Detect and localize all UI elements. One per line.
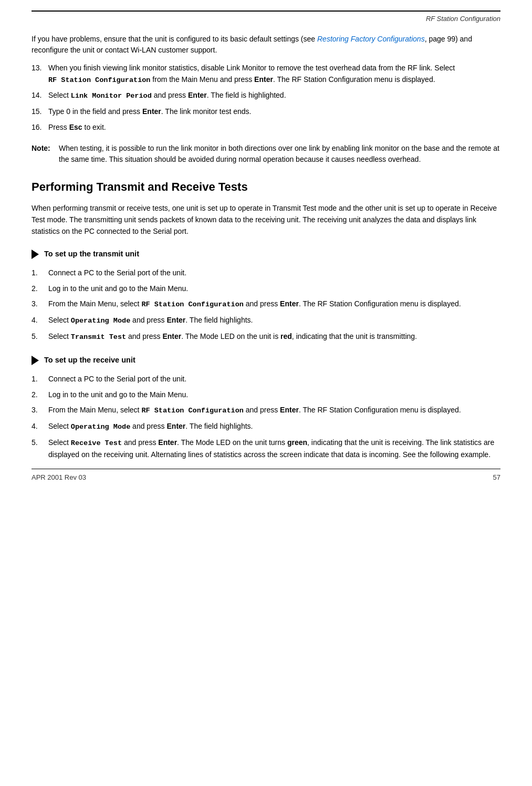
receive-subsection-heading: To set up the receive unit xyxy=(32,355,500,366)
receive-step-4-content: Select Operating Mode and press Enter. T… xyxy=(48,421,500,433)
red-bold: red xyxy=(280,332,292,340)
intro-text-before: If you have problems, ensure that the un… xyxy=(32,35,317,43)
transmit-step-1-content: Connect a PC to the Serial port of the u… xyxy=(48,267,500,279)
receive-step-5-num: 5. xyxy=(32,437,48,461)
receive-step-1-num: 1. xyxy=(32,374,48,385)
header-rule xyxy=(32,11,500,12)
step-15: 15. Type 0 in the field and press Enter.… xyxy=(32,106,500,118)
restoring-factory-link[interactable]: Restoring Factory Configurations xyxy=(317,35,425,43)
step-16-content: Press Esc to exit. xyxy=(48,122,500,133)
step-16-num: 16. xyxy=(32,122,48,133)
step-15-content: Type 0 in the field and press Enter. The… xyxy=(48,106,500,118)
transmit-step-2-content: Log in to the unit and go to the Main Me… xyxy=(48,283,500,295)
page-footer: APR 2001 Rev 03 57 xyxy=(32,469,500,483)
receive-steps-list: 1. Connect a PC to the Serial port of th… xyxy=(32,374,500,461)
receive-step-3-content: From the Main Menu, select RF Station Co… xyxy=(48,405,500,417)
arrow-icon-receive xyxy=(32,356,39,365)
green-bold: green xyxy=(287,438,307,447)
rf-station-config-code-2: RF Station Configuration xyxy=(141,301,243,308)
transmit-step-5-content: Select Transmit Test and press Enter. Th… xyxy=(48,331,500,343)
footer-left: APR 2001 Rev 03 xyxy=(32,472,86,483)
page-header: RF Station Configuration xyxy=(32,14,500,24)
step-16: 16. Press Esc to exit. xyxy=(32,122,500,133)
enter-bold-2: Enter xyxy=(188,91,207,99)
steps-13-16-list: 13. When you finish viewing link monitor… xyxy=(32,63,500,133)
enter-bold-r5: Enter xyxy=(158,438,177,447)
enter-bold-t3: Enter xyxy=(280,299,299,308)
transmit-heading-label: To set up the transmit unit xyxy=(44,249,139,260)
transmit-step-1: 1. Connect a PC to the Serial port of th… xyxy=(32,267,500,279)
receive-heading-label: To set up the receive unit xyxy=(44,355,135,366)
rf-station-config-code-1: RF Station Configuration xyxy=(48,76,150,84)
step-14: 14. Select Link Monitor Period and press… xyxy=(32,90,500,102)
main-section-intro: When performing transmit or receive test… xyxy=(32,203,500,237)
transmit-step-4: 4. Select Operating Mode and press Enter… xyxy=(32,315,500,327)
intro-paragraph: If you have problems, ensure that the un… xyxy=(32,34,500,56)
enter-bold-r4: Enter xyxy=(167,422,186,430)
enter-bold-t5: Enter xyxy=(162,332,181,340)
footer-right: 57 xyxy=(493,472,500,483)
esc-bold: Esc xyxy=(69,123,82,131)
transmit-step-5: 5. Select Transmit Test and press Enter.… xyxy=(32,331,500,343)
receive-step-5-content: Select Receive Test and press Enter. The… xyxy=(48,437,500,461)
rf-station-config-code-3: RF Station Configuration xyxy=(141,407,243,415)
step-14-content: Select Link Monitor Period and press Ent… xyxy=(48,90,500,102)
receive-step-1: 1. Connect a PC to the Serial port of th… xyxy=(32,374,500,385)
step-13-content: When you finish viewing link monitor sta… xyxy=(48,63,500,86)
receive-test-code: Receive Test xyxy=(71,439,122,447)
link-monitor-period-code: Link Monitor Period xyxy=(71,92,152,100)
transmit-test-code: Transmit Test xyxy=(71,333,126,341)
step-13-num: 13. xyxy=(32,63,48,86)
transmit-subsection-heading: To set up the transmit unit xyxy=(32,249,500,260)
receive-step-2-num: 2. xyxy=(32,389,48,401)
enter-bold-r3: Enter xyxy=(280,406,299,414)
operating-mode-code-r: Operating Mode xyxy=(71,423,130,431)
receive-step-4-num: 4. xyxy=(32,421,48,433)
receive-step-2-content: Log in to the unit and go to the Main Me… xyxy=(48,389,500,401)
receive-step-2: 2. Log in to the unit and go to the Main… xyxy=(32,389,500,401)
transmit-step-2-num: 2. xyxy=(32,283,48,295)
note-content: When testing, it is possible to run the … xyxy=(59,143,500,166)
receive-step-3-num: 3. xyxy=(32,405,48,417)
transmit-step-3-num: 3. xyxy=(32,298,48,311)
enter-bold-3: Enter xyxy=(142,107,161,116)
arrow-icon-transmit xyxy=(32,250,39,259)
enter-bold-1: Enter xyxy=(254,75,273,84)
transmit-step-1-num: 1. xyxy=(32,267,48,279)
transmit-step-4-num: 4. xyxy=(32,315,48,327)
step-14-num: 14. xyxy=(32,90,48,102)
note-label: Note: xyxy=(32,143,59,166)
step-15-num: 15. xyxy=(32,106,48,118)
receive-step-1-content: Connect a PC to the Serial port of the u… xyxy=(48,374,500,385)
page-container: RF Station Configuration If you have pro… xyxy=(0,0,532,499)
page-header-title: RF Station Configuration xyxy=(426,15,500,23)
step-13: 13. When you finish viewing link monitor… xyxy=(32,63,500,86)
enter-bold-t4: Enter xyxy=(167,316,186,324)
transmit-step-3-content: From the Main Menu, select RF Station Co… xyxy=(48,298,500,311)
transmit-step-5-num: 5. xyxy=(32,331,48,343)
transmit-step-4-content: Select Operating Mode and press Enter. T… xyxy=(48,315,500,327)
operating-mode-code-t: Operating Mode xyxy=(71,317,130,325)
transmit-steps-list: 1. Connect a PC to the Serial port of th… xyxy=(32,267,500,343)
main-section-heading: Performing Transmit and Receive Tests xyxy=(32,178,500,195)
receive-step-4: 4. Select Operating Mode and press Enter… xyxy=(32,421,500,433)
receive-step-3: 3. From the Main Menu, select RF Station… xyxy=(32,405,500,417)
transmit-step-2: 2. Log in to the unit and go to the Main… xyxy=(32,283,500,295)
transmit-step-3: 3. From the Main Menu, select RF Station… xyxy=(32,298,500,311)
receive-step-5: 5. Select Receive Test and press Enter. … xyxy=(32,437,500,461)
note-block: Note: When testing, it is possible to ru… xyxy=(32,143,500,166)
